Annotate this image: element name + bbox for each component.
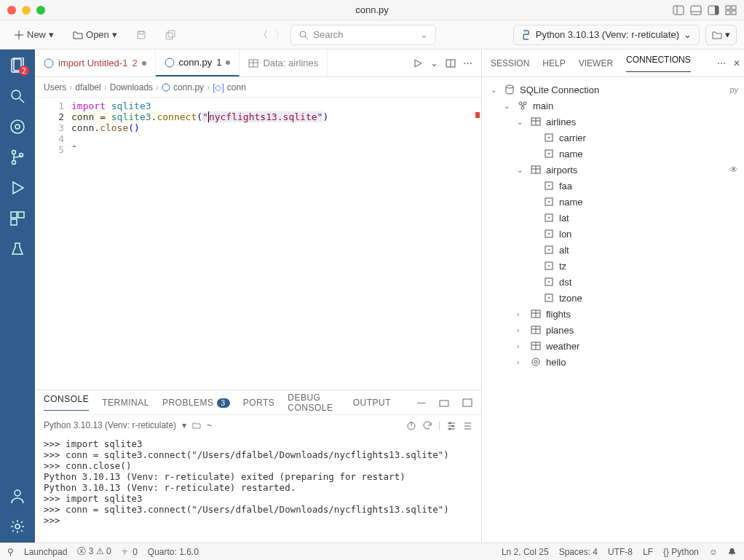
tree-row[interactable]: tz [488, 258, 738, 274]
panel-minimize-icon[interactable]: — [417, 398, 426, 408]
tree-row[interactable]: faa [488, 178, 738, 194]
tab-console[interactable]: CONSOLE [44, 394, 89, 411]
tree-row[interactable]: ›flights [488, 306, 738, 322]
restart-icon[interactable] [422, 420, 432, 430]
run-file-icon[interactable] [413, 58, 423, 68]
console-interpreter[interactable]: Python 3.10.13 (Venv: r-reticulate) [44, 420, 176, 430]
tree-row[interactable]: ›planes [488, 322, 738, 338]
crumb-symbol: conn [227, 82, 246, 92]
search-input[interactable]: Search ⌄ [290, 25, 436, 45]
maximize-icon[interactable] [36, 6, 45, 15]
status-eol[interactable]: LF [643, 547, 653, 557]
tab-problems[interactable]: PROBLEMS3 [162, 398, 230, 408]
status-ports[interactable]: ᯤ 0 [122, 547, 138, 557]
status-encoding[interactable]: UTF-8 [608, 547, 633, 557]
extensions-icon[interactable] [9, 210, 26, 227]
save-all-button[interactable] [159, 26, 182, 44]
tab-help[interactable]: HELP [542, 58, 565, 68]
settings-icon[interactable] [9, 518, 26, 535]
eye-icon[interactable]: 👁︎ [729, 165, 738, 175]
layout-grid-icon[interactable] [725, 4, 737, 16]
tab-viewer[interactable]: VIEWER [579, 58, 613, 68]
search-side-icon[interactable] [9, 87, 26, 105]
editor-actions: ⌄ ⋯ [404, 50, 481, 76]
branch-icon[interactable] [9, 149, 26, 166]
tab-debug-console[interactable]: DEBUG CONSOLE [288, 393, 339, 413]
svg-point-18 [524, 31, 526, 33]
tree-row[interactable]: ⌄main [488, 98, 738, 114]
close-panel-icon[interactable]: ✕ [733, 58, 740, 68]
status-lang[interactable]: {} Python [663, 547, 699, 557]
tree-row[interactable]: ›weather [488, 338, 738, 354]
panel-right-icon[interactable] [708, 4, 719, 16]
tree-row[interactable]: lat [488, 210, 738, 226]
tree-row[interactable]: ⌄airlines [488, 114, 738, 130]
tree-row[interactable]: lon [488, 226, 738, 242]
panel-maximize-icon[interactable] [462, 398, 472, 408]
working-dir-button[interactable]: ▾ [705, 25, 737, 45]
source-control-icon[interactable] [9, 118, 26, 135]
launchpad-icon[interactable]: ⚲ [7, 547, 14, 557]
tree-row[interactable]: name [488, 146, 738, 162]
more-icon[interactable]: ⋯ [463, 58, 472, 68]
tree-row[interactable]: ›hello [488, 354, 738, 370]
status-errors[interactable]: ⓧ 3 ⚠ 0 [77, 545, 111, 558]
explorer-icon[interactable]: 2 [9, 57, 26, 74]
console-output[interactable]: >>> import sqlite3 >>> conn = sqlite3.co… [35, 435, 481, 543]
panel-left-icon[interactable] [673, 4, 684, 16]
tab-terminal[interactable]: TERMINAL [102, 398, 149, 408]
status-launchpad[interactable]: Launchpad [24, 547, 67, 557]
panel-move-icon[interactable] [439, 398, 449, 408]
breadcrumb[interactable]: Users› dfalbel› Downloads› conn.py› [◇] … [35, 77, 481, 98]
new-button[interactable]: New ▾ [7, 25, 60, 44]
close-icon[interactable] [7, 6, 16, 15]
settings-icon[interactable] [446, 420, 456, 430]
status-spaces[interactable]: Spaces: 4 [559, 547, 598, 557]
tree-row[interactable]: carrier [488, 130, 738, 146]
testing-icon[interactable] [9, 240, 26, 258]
status-feedback-icon[interactable]: ☺ [709, 547, 718, 557]
tab-ports[interactable]: PORTS [243, 398, 275, 408]
tree-row[interactable]: alt [488, 242, 738, 258]
run-debug-icon[interactable] [9, 179, 26, 197]
tab-conn-py[interactable]: conn.py 1 [156, 50, 240, 76]
open-button[interactable]: Open ▾ [66, 25, 124, 44]
svg-point-81 [548, 281, 550, 283]
status-quarto[interactable]: Quarto: 1.6.0 [148, 547, 199, 557]
tree-row[interactable]: tzone [488, 290, 738, 306]
more-icon[interactable]: ⋯ [717, 58, 726, 68]
tree-row[interactable]: ⌄SQLite Connectionpy [488, 82, 738, 98]
status-position[interactable]: Ln 2, Col 25 [502, 547, 549, 557]
nav-back-icon[interactable]: 〈 [258, 28, 268, 42]
svg-point-54 [506, 85, 513, 88]
tab-import-untitled[interactable]: import Untitled-1 2 [35, 50, 156, 76]
table-icon [248, 58, 258, 68]
status-bell-icon[interactable]: 🔔︎ [728, 547, 737, 557]
account-icon[interactable] [9, 487, 26, 505]
tree-row[interactable]: dst [488, 274, 738, 290]
nav-forward-icon[interactable]: 〉 [275, 28, 285, 42]
tree-node-icon [543, 245, 555, 255]
split-editor-icon[interactable] [446, 58, 456, 68]
connections-tree[interactable]: ⌄SQLite Connectionpy⌄main⌄airlinescarrie… [482, 77, 744, 543]
code-editor[interactable]: 1 2 3 4 5 import sqlite3conn = sqlite3.c… [35, 98, 481, 390]
console-cwd[interactable]: ~ [207, 420, 212, 430]
save-button[interactable] [130, 26, 153, 44]
panel-bottom-icon[interactable] [690, 4, 702, 16]
right-panel: SESSION HELP VIEWER CONNECTIONS ⋯ ✕ ⌄SQL… [482, 50, 744, 543]
chevron-down-icon[interactable]: ▾ [182, 420, 186, 430]
tab-connections[interactable]: CONNECTIONS [626, 55, 691, 72]
tree-row[interactable]: ⌄airports👁︎ [488, 162, 738, 178]
svg-point-57 [521, 106, 524, 109]
tab-session[interactable]: SESSION [491, 58, 529, 68]
interpreter-picker[interactable]: Python 3.10.13 (Venv: r-reticulate) ⌄ [513, 25, 700, 45]
power-icon[interactable] [406, 420, 416, 430]
minimize-icon[interactable] [22, 6, 31, 15]
dirty-dot-icon [142, 61, 146, 66]
chevron-down-icon[interactable]: ⌄ [430, 58, 438, 68]
list-icon[interactable] [462, 420, 472, 430]
tab-output[interactable]: OUTPUT [353, 398, 391, 408]
code-body[interactable]: import sqlite3conn = sqlite3.connect("ny… [71, 98, 328, 390]
tree-row[interactable]: name [488, 194, 738, 210]
tab-data-airlines[interactable]: Data: airlines [240, 50, 328, 76]
